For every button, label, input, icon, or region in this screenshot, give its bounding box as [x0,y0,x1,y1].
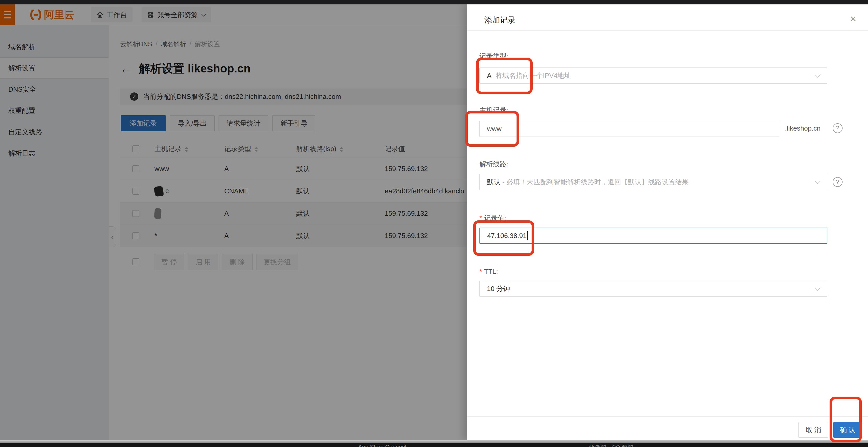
record-value-input[interactable]: 47.106.38.91 [479,228,827,244]
record-value-label: *记录值: [479,214,506,223]
ttl-label: *TTL: [479,268,498,276]
cancel-button[interactable]: 取 消 [799,422,828,438]
line-value: 默认 [487,178,500,187]
window-bottom-edge [0,440,868,443]
background-taskbar: App Store Connect 收件箱 - QQ 邮箱 [0,443,868,447]
select-chevron-icon [815,72,821,77]
question-circle-icon[interactable]: ? [833,123,843,133]
record-type-select[interactable]: A - 将域名指向一个IPV4地址 [479,67,827,84]
modal-overlay [0,4,467,440]
line-label: 解析线路: [479,160,508,169]
ttl-select[interactable]: 10 分钟 [479,281,827,297]
confirm-button[interactable]: 确 认 [833,422,862,438]
background-tab-text: App Store Connect [358,444,406,447]
required-asterisk: * [479,268,482,276]
select-chevron-icon [815,178,821,184]
drawer-footer: 取 消 确 认 [467,416,868,440]
record-value-label-text: 记录值: [484,214,506,222]
question-circle-icon[interactable]: ? [833,177,843,187]
host-record-label: 主机记录: [479,106,508,115]
drawer-title: 添加记录 [484,15,516,26]
record-value-text: 47.106.38.91 [487,232,527,240]
ttl-label-text: TTL: [484,268,498,276]
record-type-value: A [487,72,491,80]
help-glyph: ? [836,125,839,132]
add-record-drawer: 添加记录 ✕ 记录类型: A - 将域名指向一个IPV4地址 主机记录: www… [467,4,868,440]
window-top-strip [0,0,868,4]
background-tab-text: 收件箱 - QQ 邮箱 [589,444,633,447]
help-glyph: ? [836,178,839,186]
drawer-divider [467,30,868,31]
record-type-label: 记录类型: [479,52,508,61]
text-cursor [527,231,528,240]
domain-suffix: .likeshop.cn [785,124,820,132]
record-type-desc: - 将域名指向一个IPV4地址 [491,71,571,80]
screen: 阿里云 工作台 账号全部资源 域名解析 [0,0,868,447]
line-desc: - 必填！未匹配到智能解析线路时，返回【默认】线路设置结果 [500,178,689,187]
host-record-value: www [487,125,501,133]
host-record-input[interactable]: www [479,121,779,137]
line-select[interactable]: 默认 - 必填！未匹配到智能解析线路时，返回【默认】线路设置结果 [479,174,827,190]
close-icon[interactable]: ✕ [849,15,857,23]
select-chevron-icon [815,285,821,291]
ttl-value: 10 分钟 [487,284,510,293]
required-asterisk: * [479,214,482,222]
